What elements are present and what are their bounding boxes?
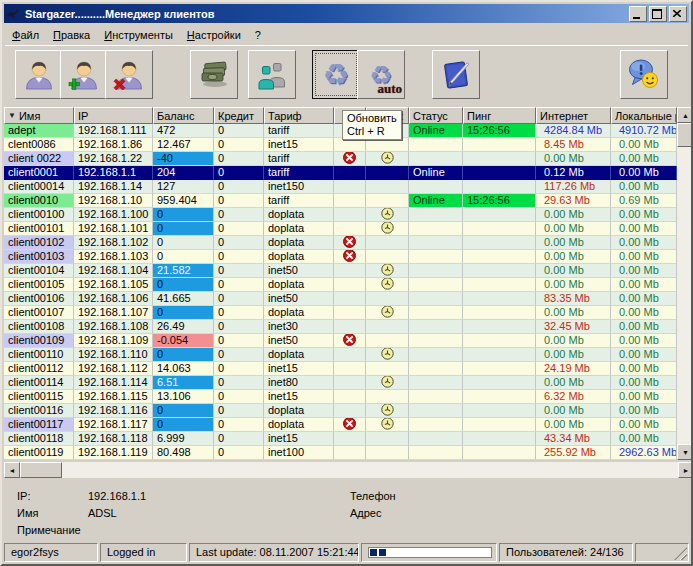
cell-disabled xyxy=(334,180,366,194)
cell-ping xyxy=(463,432,536,446)
table-row[interactable]: client00105192.168.1.10500doplata0.00 Mb… xyxy=(4,278,693,292)
table-row[interactable]: client 0022192.168.1.22-400tariff0.00 Mb… xyxy=(4,152,693,166)
status-bar: egor2fsys Logged in Last update: 08.11.2… xyxy=(4,543,689,562)
table-row[interactable]: client0001192.168.1.12040tariffOnline0.1… xyxy=(4,166,693,180)
table-row[interactable]: client00014192.168.1.141270inet150117.26… xyxy=(4,180,693,194)
auto-label: auto xyxy=(377,81,402,97)
money-icon xyxy=(196,60,232,90)
column-header-tariff[interactable]: Тариф xyxy=(264,107,334,124)
users-list-button[interactable] xyxy=(248,50,296,99)
cell-status xyxy=(409,418,463,432)
table-row[interactable]: client00106192.168.1.10641.6650inet5083.… xyxy=(4,292,693,306)
cell-credit: 0 xyxy=(214,390,264,404)
cell-ip: 192.168.1.106 xyxy=(74,292,153,306)
cell-disabled xyxy=(334,362,366,376)
table-row[interactable]: client00108192.168.1.10826.490inet3032.4… xyxy=(4,320,693,334)
status-spacer xyxy=(635,543,689,562)
status-login-state: Logged in xyxy=(100,543,187,562)
table-row[interactable]: client00115192.168.1.11513.1060inet156.3… xyxy=(4,390,693,404)
menu-item-?[interactable]: ? xyxy=(248,27,268,43)
window-title: Stargazer..........Менеджер клиентов xyxy=(25,8,627,20)
cell-disabled xyxy=(334,320,366,334)
vertical-scrollbar[interactable]: ▲ ▼ xyxy=(677,107,693,460)
table-row[interactable]: client00100192.168.1.10000doplata0.00 Mb… xyxy=(4,208,693,222)
cell-status xyxy=(409,236,463,250)
table-row[interactable]: client00112192.168.1.11214.0630inet1524.… xyxy=(4,362,693,376)
maximize-button[interactable] xyxy=(649,6,667,22)
refresh-button[interactable]: ♻ xyxy=(312,50,360,99)
column-header-ip[interactable]: IP xyxy=(74,107,153,124)
cell-disabled xyxy=(334,166,366,180)
tooltip-shortcut: Ctrl + R xyxy=(347,125,397,138)
cell-balance: 0 xyxy=(153,222,214,236)
cell-name: client00106 xyxy=(4,292,74,306)
column-header-loc[interactable]: Локальные р xyxy=(611,107,677,124)
payments-button[interactable] xyxy=(190,50,238,99)
minimize-button[interactable] xyxy=(629,6,647,22)
cell-credit: 0 xyxy=(214,376,264,390)
table-row[interactable]: client00118192.168.1.1186.9990inet1543.3… xyxy=(4,432,693,446)
menu-item-айл[interactable]: Файл xyxy=(5,27,46,43)
cell-name: client00109 xyxy=(4,334,74,348)
table-row[interactable]: client00116192.168.1.11600doplata0.00 Mb… xyxy=(4,404,693,418)
cell-internet: 0.00 Mb xyxy=(536,236,611,250)
user-info-button[interactable] xyxy=(15,50,63,99)
cell-frozen xyxy=(366,250,409,264)
user-delete-button[interactable] xyxy=(105,50,153,99)
horizontal-scrollbar[interactable]: ◄ ► xyxy=(4,462,693,478)
cell-frozen xyxy=(366,166,409,180)
scroll-left-button[interactable]: ◄ xyxy=(4,462,20,478)
cell-balance: 0 xyxy=(153,250,214,264)
detail-name-value: ADSL xyxy=(88,507,117,519)
about-button[interactable] xyxy=(620,50,668,99)
table-row[interactable]: client00109192.168.1.109-0.0540inet500.0… xyxy=(4,334,693,348)
scroll-right-button[interactable]: ► xyxy=(678,462,693,478)
resize-grip[interactable] xyxy=(674,547,687,560)
column-header-status[interactable]: Статус xyxy=(409,107,463,124)
cell-credit: 0 xyxy=(214,306,264,320)
cell-local: 0.00 Mb xyxy=(611,320,677,334)
table-row[interactable]: client00102192.168.1.10200doplata0.00 Mb… xyxy=(4,236,693,250)
column-header-net[interactable]: Интернет xyxy=(536,107,611,124)
table-row[interactable]: client00117192.168.1.11700doplata0.00 Mb… xyxy=(4,418,693,432)
scroll-up-button[interactable]: ▲ xyxy=(677,107,693,123)
table-row[interactable]: client00107192.168.1.10700doplata0.00 Mb… xyxy=(4,306,693,320)
user-add-button[interactable] xyxy=(60,50,108,99)
cell-credit: 0 xyxy=(214,180,264,194)
detail-ip-value: 192.168.1.1 xyxy=(88,490,146,502)
table-row[interactable]: client0010192.168.1.10959.4040tariffOnli… xyxy=(4,194,693,208)
cell-status xyxy=(409,362,463,376)
table-row[interactable]: client00101192.168.1.10100doplata0.00 Mb… xyxy=(4,222,693,236)
column-header-bal[interactable]: Баланс xyxy=(153,107,214,124)
vertical-scroll-thumb[interactable] xyxy=(677,123,693,147)
table-row[interactable]: client00104192.168.1.10421.5820inet500.0… xyxy=(4,264,693,278)
column-header-credit[interactable]: Кредит xyxy=(214,107,264,124)
cell-name: client00116 xyxy=(4,404,74,418)
detail-phone-label: Телефон xyxy=(350,490,396,502)
scroll-down-button[interactable]: ▼ xyxy=(677,444,693,460)
menu-item-астройки[interactable]: Настройки xyxy=(180,27,248,43)
cell-frozen xyxy=(366,432,409,446)
table-row[interactable]: client00103192.168.1.10300doplata0.00 Mb… xyxy=(4,250,693,264)
table-row[interactable]: client00119192.168.1.11980.4980inet10025… xyxy=(4,446,693,460)
cell-tariff: inet15 xyxy=(264,432,334,446)
horizontal-scroll-thumb[interactable] xyxy=(20,462,62,478)
cell-internet: 83.35 Mb xyxy=(536,292,611,306)
auto-refresh-button[interactable]: ♻auto xyxy=(357,50,405,99)
menu-item-равка[interactable]: Правка xyxy=(46,27,97,43)
table-row[interactable]: client00110192.168.1.11000doplata0.00 Mb… xyxy=(4,348,693,362)
menu-item-нструменты[interactable]: Инструменты xyxy=(97,27,180,43)
column-header-name[interactable]: ▼Имя xyxy=(4,107,74,124)
table-row[interactable]: clent0086192.168.1.8612.4670inet158.45 M… xyxy=(4,138,693,152)
cell-ping xyxy=(463,418,536,432)
cell-ping: 15:26:56 xyxy=(463,124,536,138)
person-add-icon xyxy=(67,58,101,92)
table-row[interactable]: client00114192.168.1.1146.510inet800.00 … xyxy=(4,376,693,390)
notes-button[interactable] xyxy=(432,50,480,99)
column-header-ping[interactable]: Пинг xyxy=(463,107,536,124)
cell-local: 0.00 Mb xyxy=(611,390,677,404)
close-button[interactable] xyxy=(669,6,687,22)
status-last-update: Last update: 08.11.2007 15:21:44 xyxy=(189,543,359,562)
cell-local: 2962.63 Mb xyxy=(611,446,677,460)
cell-credit: 0 xyxy=(214,124,264,138)
